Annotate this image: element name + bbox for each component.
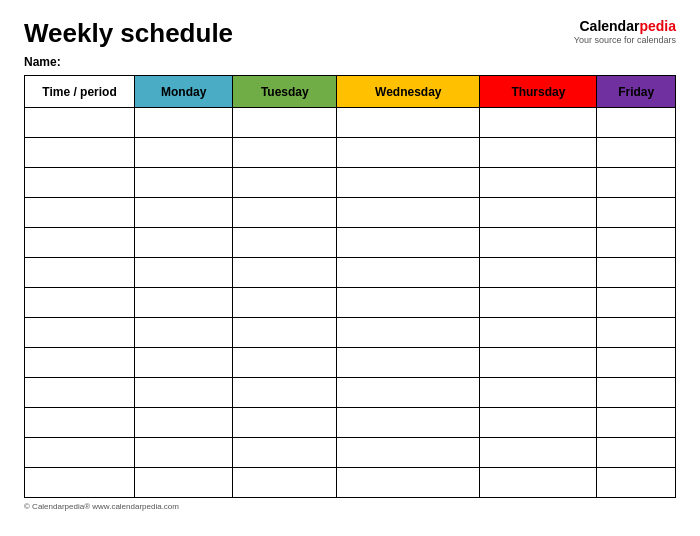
header-time: Time / period [25, 76, 135, 108]
table-cell[interactable] [480, 138, 597, 168]
table-cell[interactable] [135, 438, 233, 468]
title-section: Weekly schedule [24, 18, 233, 49]
table-row [25, 348, 676, 378]
table-cell[interactable] [597, 198, 676, 228]
table-row [25, 408, 676, 438]
table-cell[interactable] [597, 108, 676, 138]
table-cell[interactable] [135, 408, 233, 438]
table-cell[interactable] [135, 318, 233, 348]
table-cell[interactable] [233, 108, 337, 138]
table-cell[interactable] [25, 108, 135, 138]
table-cell[interactable] [337, 438, 480, 468]
table-cell[interactable] [135, 258, 233, 288]
table-cell[interactable] [337, 228, 480, 258]
table-row [25, 228, 676, 258]
table-cell[interactable] [480, 318, 597, 348]
table-cell[interactable] [25, 378, 135, 408]
header-tuesday: Tuesday [233, 76, 337, 108]
table-cell[interactable] [480, 198, 597, 228]
brand-section: Calendarpedia Your source for calendars [574, 18, 676, 46]
table-cell[interactable] [233, 228, 337, 258]
table-cell[interactable] [597, 318, 676, 348]
table-cell[interactable] [233, 258, 337, 288]
table-cell[interactable] [597, 348, 676, 378]
table-cell[interactable] [480, 228, 597, 258]
table-cell[interactable] [25, 258, 135, 288]
table-cell[interactable] [25, 318, 135, 348]
table-cell[interactable] [233, 348, 337, 378]
table-cell[interactable] [25, 168, 135, 198]
table-cell[interactable] [480, 348, 597, 378]
table-cell[interactable] [597, 288, 676, 318]
table-cell[interactable] [135, 228, 233, 258]
table-cell[interactable] [233, 318, 337, 348]
table-cell[interactable] [25, 348, 135, 378]
table-cell[interactable] [233, 468, 337, 498]
page-title: Weekly schedule [24, 18, 233, 49]
table-cell[interactable] [337, 288, 480, 318]
table-cell[interactable] [337, 168, 480, 198]
table-cell[interactable] [597, 228, 676, 258]
footer: © Calendarpedia® www.calendarpedia.com [24, 502, 676, 511]
table-cell[interactable] [25, 288, 135, 318]
table-cell[interactable] [597, 378, 676, 408]
table-cell[interactable] [233, 168, 337, 198]
table-cell[interactable] [337, 378, 480, 408]
table-row [25, 378, 676, 408]
table-cell[interactable] [25, 438, 135, 468]
table-cell[interactable] [337, 108, 480, 138]
table-cell[interactable] [337, 138, 480, 168]
table-cell[interactable] [135, 288, 233, 318]
table-cell[interactable] [597, 168, 676, 198]
table-cell[interactable] [135, 468, 233, 498]
table-cell[interactable] [135, 138, 233, 168]
table-cell[interactable] [135, 198, 233, 228]
table-cell[interactable] [233, 198, 337, 228]
table-row [25, 258, 676, 288]
table-cell[interactable] [480, 288, 597, 318]
table-row [25, 438, 676, 468]
table-cell[interactable] [135, 378, 233, 408]
table-cell[interactable] [135, 108, 233, 138]
table-cell[interactable] [233, 438, 337, 468]
table-cell[interactable] [597, 258, 676, 288]
table-row [25, 138, 676, 168]
table-cell[interactable] [25, 138, 135, 168]
table-cell[interactable] [480, 378, 597, 408]
table-cell[interactable] [233, 288, 337, 318]
table-cell[interactable] [480, 258, 597, 288]
table-cell[interactable] [480, 438, 597, 468]
table-cell[interactable] [233, 378, 337, 408]
table-cell[interactable] [233, 138, 337, 168]
table-cell[interactable] [25, 468, 135, 498]
table-cell[interactable] [135, 168, 233, 198]
table-cell[interactable] [597, 138, 676, 168]
table-cell[interactable] [480, 408, 597, 438]
table-cell[interactable] [135, 348, 233, 378]
table-cell[interactable] [25, 198, 135, 228]
table-row [25, 198, 676, 228]
table-cell[interactable] [337, 198, 480, 228]
table-cell[interactable] [337, 348, 480, 378]
table-cell[interactable] [597, 468, 676, 498]
table-cell[interactable] [480, 468, 597, 498]
table-cell[interactable] [337, 318, 480, 348]
table-cell[interactable] [480, 108, 597, 138]
table-cell[interactable] [233, 408, 337, 438]
page-header: Weekly schedule Calendarpedia Your sourc… [24, 18, 676, 49]
table-cell[interactable] [597, 408, 676, 438]
table-cell[interactable] [25, 408, 135, 438]
table-row [25, 288, 676, 318]
table-cell[interactable] [480, 168, 597, 198]
header-thursday: Thursday [480, 76, 597, 108]
table-cell[interactable] [25, 228, 135, 258]
table-cell[interactable] [337, 468, 480, 498]
table-row [25, 468, 676, 498]
table-cell[interactable] [337, 258, 480, 288]
table-body [25, 108, 676, 498]
table-cell[interactable] [337, 408, 480, 438]
table-cell[interactable] [597, 438, 676, 468]
header-wednesday: Wednesday [337, 76, 480, 108]
footer-text: © Calendarpedia® www.calendarpedia.com [24, 502, 179, 511]
brand-name: Calendarpedia [574, 18, 676, 35]
